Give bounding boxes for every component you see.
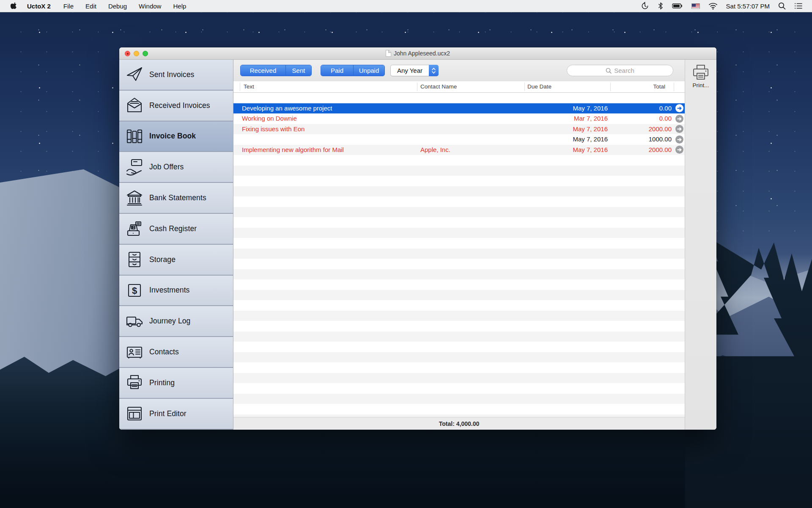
invoice-total: 0.00 xyxy=(659,113,672,124)
menu-file[interactable]: File xyxy=(58,0,80,12)
empty-stripe-row xyxy=(233,383,685,394)
invoice-row[interactable]: Fixing issues with Eon May 7, 2016 2000.… xyxy=(233,124,685,135)
dollar-square-icon: $ xyxy=(125,281,144,300)
sidebar-item-print-editor[interactable]: Print Editor xyxy=(119,399,233,430)
row-detail-arrow-button[interactable]: ➔ xyxy=(675,125,683,133)
wifi-menu-extra[interactable] xyxy=(704,0,722,12)
us-flag-icon xyxy=(691,3,700,9)
zoom-button[interactable] xyxy=(143,51,148,56)
invoice-contact: Apple, Inc. xyxy=(420,145,450,155)
menu-help[interactable]: Help xyxy=(167,0,192,12)
invoice-row[interactable]: Working on Downie Mar 7, 2016 0.00 ➔ xyxy=(233,113,685,124)
invoice-due-date: Mar 7, 2016 xyxy=(574,113,608,124)
paper-plane-icon xyxy=(125,65,144,84)
sidebar-item-received-invoices[interactable]: Received Invoices xyxy=(119,91,233,121)
menu-debug[interactable]: Debug xyxy=(102,0,133,12)
apple-menu[interactable] xyxy=(8,0,20,12)
close-button[interactable] xyxy=(125,51,130,56)
time-machine-icon xyxy=(641,2,649,10)
right-toolbar-strip: Print... xyxy=(685,60,716,430)
sidebar-item-storage[interactable]: Storage xyxy=(119,245,233,276)
menubar-clock[interactable]: Sat 5:57:07 PM xyxy=(722,3,774,10)
paid-unpaid-segmented-control: Paid Unpaid xyxy=(321,65,385,76)
notification-center-icon xyxy=(794,3,803,9)
search-placeholder: Search xyxy=(614,67,634,74)
column-header-due[interactable]: Due Date xyxy=(527,81,551,92)
sidebar-item-investments[interactable]: $ Investments xyxy=(119,276,233,306)
document-icon xyxy=(386,50,391,57)
invoice-row[interactable]: May 7, 2016 1000.00 ➔ xyxy=(233,134,685,145)
empty-stripe-row xyxy=(233,342,685,352)
empty-stripe-row xyxy=(233,321,685,331)
print-button[interactable]: Print... xyxy=(691,64,710,88)
row-detail-arrow-button[interactable]: ➔ xyxy=(675,135,683,144)
invoice-due-date: May 7, 2016 xyxy=(573,134,608,145)
sidebar-item-job-offers[interactable]: Job Offers xyxy=(119,152,233,183)
invoice-total: 1000.00 xyxy=(649,134,672,145)
us-flag-menu-extra[interactable] xyxy=(687,0,704,12)
unpaid-filter-button[interactable]: Unpaid xyxy=(353,65,384,76)
empty-stripe-row xyxy=(233,331,685,342)
printer-icon xyxy=(125,373,144,392)
empty-stripe-row xyxy=(233,186,685,197)
page-layout-icon xyxy=(125,404,144,423)
table-spacer-row xyxy=(233,93,685,103)
sidebar-item-contacts[interactable]: Contacts xyxy=(119,337,233,368)
empty-stripe-row xyxy=(233,362,685,373)
battery-icon xyxy=(672,2,683,10)
books-icon xyxy=(125,127,144,146)
spotlight-icon xyxy=(778,2,786,10)
notification-center-menu-extra[interactable] xyxy=(790,0,807,12)
time-machine-menu-extra[interactable] xyxy=(636,0,653,12)
column-header-text[interactable]: Text xyxy=(244,81,254,92)
paid-filter-button[interactable]: Paid xyxy=(321,65,353,76)
sidebar-item-cash-register[interactable]: Cash Register xyxy=(119,214,233,245)
invoice-row[interactable]: Implementing new algorithm for Mail Appl… xyxy=(233,145,685,155)
toolbar: Received Sent Paid Unpaid Any Year xyxy=(233,60,685,81)
chevron-down-icon xyxy=(432,71,436,74)
sidebar-item-journey-log[interactable]: Journey Log xyxy=(119,306,233,337)
empty-stripe-row xyxy=(233,217,685,228)
main-area: Received Sent Paid Unpaid Any Year xyxy=(233,60,685,430)
title-bar[interactable]: John Appleseed.ucx2 xyxy=(119,47,716,60)
row-detail-arrow-button[interactable]: ➔ xyxy=(675,146,683,154)
sidebar-item-label: Job Offers xyxy=(149,163,184,171)
spotlight-menu-extra[interactable] xyxy=(774,0,790,12)
column-header-contact[interactable]: Contact Name xyxy=(420,81,457,92)
row-detail-arrow-button[interactable]: ➔ xyxy=(675,104,683,112)
search-input[interactable]: Search xyxy=(567,65,673,76)
invoice-row[interactable]: Developing an awesome project May 7, 201… xyxy=(233,103,685,114)
invoice-total: 0.00 xyxy=(659,103,672,114)
year-filter-popup[interactable]: Any Year xyxy=(390,65,439,76)
minimize-button[interactable] xyxy=(134,51,139,56)
table-footer: Total: 4,000.00 xyxy=(233,417,685,430)
sent-filter-button[interactable]: Sent xyxy=(285,65,311,76)
print-toolbar-icon xyxy=(691,64,710,81)
menu-app-name[interactable]: UctoX 2 xyxy=(20,0,58,12)
year-filter-value: Any Year xyxy=(391,67,429,74)
invoice-due-date: May 7, 2016 xyxy=(573,103,608,114)
sidebar-item-invoice-book[interactable]: Invoice Book xyxy=(119,121,233,152)
empty-stripe-row xyxy=(233,404,685,414)
svg-text:$: $ xyxy=(132,285,137,296)
empty-stripe-row xyxy=(233,414,685,417)
sidebar-item-sent-invoices[interactable]: Sent Invoices xyxy=(119,60,233,91)
empty-stripe-row xyxy=(233,155,685,166)
column-header-total[interactable]: Total xyxy=(653,81,665,92)
received-filter-button[interactable]: Received xyxy=(241,65,285,76)
row-detail-arrow-button[interactable]: ➔ xyxy=(675,115,683,123)
sidebar-item-label: Investments xyxy=(149,286,189,295)
sidebar-item-printing[interactable]: Printing xyxy=(119,368,233,399)
battery-menu-extra[interactable] xyxy=(668,0,687,12)
menu-edit[interactable]: Edit xyxy=(80,0,102,12)
popup-stepper xyxy=(429,65,439,76)
apple-icon xyxy=(11,2,17,10)
invoice-text: Implementing new algorithm for Mail xyxy=(242,145,344,155)
empty-stripe-row xyxy=(233,248,685,259)
menu-window[interactable]: Window xyxy=(133,0,167,12)
bluetooth-menu-extra[interactable] xyxy=(653,0,668,12)
sidebar: Sent Invoices Received Invoices Invoice … xyxy=(119,60,233,430)
wifi-icon xyxy=(708,2,718,10)
sidebar-item-bank-statements[interactable]: Bank Statements xyxy=(119,183,233,214)
invoice-text: Fixing issues with Eon xyxy=(242,124,304,135)
